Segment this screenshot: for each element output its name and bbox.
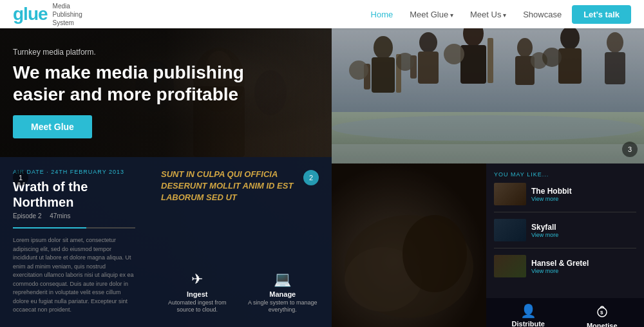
monetise-icon: $ bbox=[571, 303, 634, 321]
logo: glue Media Publishing System bbox=[13, 2, 82, 27]
article-body-text: Lorem ipsum dolor sit amet, consectetur … bbox=[13, 236, 135, 315]
header: glue Media Publishing System Home Meet G… bbox=[0, 0, 644, 28]
rec-info-2: Skyfall View more bbox=[531, 223, 558, 238]
slide-indicator-1[interactable]: 1 bbox=[13, 170, 28, 185]
viking-battle-scene: 3 bbox=[332, 28, 644, 164]
nav-meet-glue[interactable]: Meet Glue bbox=[403, 7, 460, 22]
manage-icon: 💻 bbox=[247, 271, 319, 288]
recommendations-label: YOU MAY LIKE... bbox=[494, 171, 636, 178]
moneybag-icon: $ bbox=[595, 303, 609, 317]
feature-ingest: ✈ Ingest Automated ingest from source to… bbox=[161, 271, 234, 314]
bottom-info-panel: AIR DATE · 24TH FEBRUARY 2013 Wrath of t… bbox=[0, 157, 332, 327]
slide-indicator-2[interactable]: 2 bbox=[303, 170, 319, 185]
left-hero-panel: Turnkey media platform. We make media pu… bbox=[0, 28, 332, 327]
nav-showcase[interactable]: Showcase bbox=[516, 7, 568, 22]
right-bottom-panel: YOU MAY LIKE... The Hobbit View more Sky… bbox=[332, 164, 644, 327]
hero-subtitle: Turnkey media platform. bbox=[13, 48, 258, 57]
right-content-area: YOU MAY LIKE... The Hobbit View more Sky… bbox=[486, 164, 644, 327]
main-content: Turnkey media platform. We make media pu… bbox=[0, 28, 644, 327]
logo-subtitle: Media Publishing System bbox=[53, 2, 82, 27]
ingest-desc: Automated ingest from source to cloud. bbox=[161, 299, 234, 314]
rec-title-3: Hansel & Gretel bbox=[531, 259, 589, 268]
article-title: Wrath of the Northmen bbox=[13, 179, 135, 210]
recommendation-item-3: Hansel & Gretel View more bbox=[494, 255, 636, 284]
nav-meet-us[interactable]: Meet Us bbox=[464, 7, 513, 22]
hero-title: We make media publishing easier and more… bbox=[13, 62, 258, 105]
rec-info-3: Hansel & Gretel View more bbox=[531, 259, 589, 274]
right-panel: 3 bbox=[332, 28, 644, 327]
cta-button[interactable]: Let's talk bbox=[572, 5, 631, 24]
article-meta: Episode 2 47mins bbox=[13, 212, 135, 220]
manage-label: Manage bbox=[247, 290, 319, 298]
distribute-label: Distribute bbox=[497, 320, 560, 327]
rec-info-1: The Hobbit View more bbox=[531, 187, 572, 202]
manage-desc: A single system to manage everything. bbox=[247, 299, 319, 314]
rec-thumbnail-3 bbox=[494, 255, 526, 277]
distribute-icon: 👤 bbox=[497, 303, 560, 319]
feature-distribute: 👤 Distribute Stream video or audio to an… bbox=[497, 303, 560, 327]
rec-link-3[interactable]: View more bbox=[531, 268, 589, 274]
article-date: AIR DATE · 24TH FEBRUARY 2013 bbox=[13, 169, 135, 175]
rec-link-1[interactable]: View more bbox=[531, 196, 572, 202]
hero-cta-button[interactable]: Meet Glue bbox=[13, 115, 92, 138]
nav-home[interactable]: Home bbox=[365, 7, 400, 22]
rec-link-2[interactable]: View more bbox=[531, 232, 558, 238]
recommendation-item-2: Skyfall View more bbox=[494, 219, 636, 248]
callout-text: SUNT IN CULPA QUI OFFICIA DESERUNT MOLLI… bbox=[161, 169, 319, 204]
features-callout: SUNT IN CULPA QUI OFFICIA DESERUNT MOLLI… bbox=[148, 157, 332, 327]
nav: Home Meet Glue Meet Us Showcase Let's ta… bbox=[365, 5, 631, 24]
recommendations-panel: YOU MAY LIKE... The Hobbit View more Sky… bbox=[486, 164, 644, 298]
recommendation-item-1: The Hobbit View more bbox=[494, 183, 636, 212]
rec-title-2: Skyfall bbox=[531, 223, 558, 232]
article-progress-bar bbox=[13, 227, 135, 229]
feature-monetise: $ Monetise Content paywalls & entitlemen… bbox=[571, 303, 634, 327]
elephant-background bbox=[332, 164, 486, 327]
svg-text:$: $ bbox=[600, 310, 603, 315]
ingest-icon: ✈ bbox=[161, 271, 234, 288]
rec-title-1: The Hobbit bbox=[531, 187, 572, 196]
ingest-label: Ingest bbox=[161, 290, 234, 298]
rec-thumbnail-1 bbox=[494, 183, 526, 205]
right-features-row: 👤 Distribute Stream video or audio to an… bbox=[486, 298, 644, 327]
rec-thumbnail-2 bbox=[494, 219, 526, 241]
logo-main: glue bbox=[13, 4, 48, 24]
bottom-features: ✈ Ingest Automated ingest from source to… bbox=[161, 271, 319, 314]
battle-overlay bbox=[332, 28, 644, 164]
hero-text-content: Turnkey media platform. We make media pu… bbox=[13, 48, 258, 138]
slide-indicator-3[interactable]: 3 bbox=[622, 142, 638, 157]
elephant-overlay bbox=[332, 164, 486, 327]
feature-manage: 💻 Manage A single system to manage every… bbox=[247, 271, 319, 314]
article-progress-fill bbox=[13, 227, 86, 229]
monetise-label: Monetise bbox=[571, 322, 634, 327]
